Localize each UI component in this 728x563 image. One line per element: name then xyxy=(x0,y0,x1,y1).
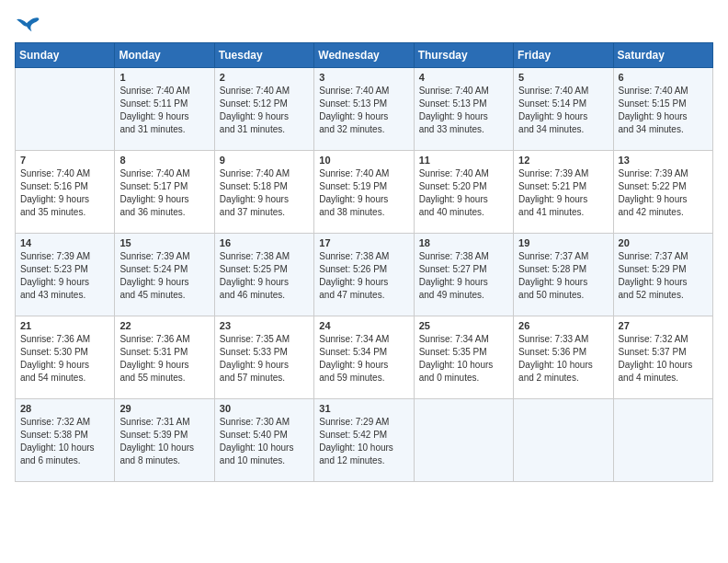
day-info: Sunrise: 7:34 AM Sunset: 5:34 PM Dayligh… xyxy=(319,333,408,385)
day-header-friday: Friday xyxy=(514,43,613,68)
calendar-cell xyxy=(414,399,513,482)
day-info: Sunrise: 7:40 AM Sunset: 5:16 PM Dayligh… xyxy=(20,167,109,219)
day-info: Sunrise: 7:40 AM Sunset: 5:18 PM Dayligh… xyxy=(220,167,309,219)
day-info: Sunrise: 7:40 AM Sunset: 5:13 PM Dayligh… xyxy=(419,85,508,136)
calendar-week-5: 28Sunrise: 7:32 AM Sunset: 5:38 PM Dayli… xyxy=(16,399,713,482)
calendar-cell: 26Sunrise: 7:33 AM Sunset: 5:36 PM Dayli… xyxy=(514,316,613,399)
day-number: 28 xyxy=(20,403,109,414)
day-number: 13 xyxy=(619,155,708,166)
day-header-tuesday: Tuesday xyxy=(214,43,313,68)
day-number: 22 xyxy=(119,320,209,331)
calendar-cell: 9Sunrise: 7:40 AM Sunset: 5:18 PM Daylig… xyxy=(214,151,313,234)
calendar-cell: 27Sunrise: 7:32 AM Sunset: 5:37 PM Dayli… xyxy=(613,316,712,399)
calendar-cell: 4Sunrise: 7:40 AM Sunset: 5:13 PM Daylig… xyxy=(414,68,513,151)
calendar-cell: 14Sunrise: 7:39 AM Sunset: 5:23 PM Dayli… xyxy=(16,234,115,316)
day-header-sunday: Sunday xyxy=(16,43,115,68)
calendar-cell: 10Sunrise: 7:40 AM Sunset: 5:19 PM Dayli… xyxy=(314,151,414,234)
day-number: 2 xyxy=(220,72,309,83)
calendar-cell: 7Sunrise: 7:40 AM Sunset: 5:16 PM Daylig… xyxy=(16,151,115,234)
day-number: 26 xyxy=(518,320,608,331)
day-number: 17 xyxy=(319,237,408,248)
day-number: 10 xyxy=(319,155,408,166)
day-number: 5 xyxy=(518,72,608,83)
day-info: Sunrise: 7:39 AM Sunset: 5:21 PM Dayligh… xyxy=(518,167,608,219)
calendar-cell: 12Sunrise: 7:39 AM Sunset: 5:21 PM Dayli… xyxy=(514,151,613,234)
day-info: Sunrise: 7:40 AM Sunset: 5:11 PM Dayligh… xyxy=(119,85,209,136)
calendar-table: SundayMondayTuesdayWednesdayThursdayFrid… xyxy=(15,42,713,482)
calendar-week-4: 21Sunrise: 7:36 AM Sunset: 5:30 PM Dayli… xyxy=(16,316,713,399)
day-number: 7 xyxy=(20,155,109,166)
calendar-cell: 23Sunrise: 7:35 AM Sunset: 5:33 PM Dayli… xyxy=(214,316,313,399)
day-info: Sunrise: 7:33 AM Sunset: 5:36 PM Dayligh… xyxy=(518,333,608,385)
calendar-cell: 5Sunrise: 7:40 AM Sunset: 5:14 PM Daylig… xyxy=(514,68,613,151)
calendar-cell: 8Sunrise: 7:40 AM Sunset: 5:17 PM Daylig… xyxy=(115,151,214,234)
day-header-saturday: Saturday xyxy=(613,43,712,68)
calendar-cell: 15Sunrise: 7:39 AM Sunset: 5:24 PM Dayli… xyxy=(115,234,214,316)
day-number: 8 xyxy=(119,155,209,166)
logo xyxy=(15,15,44,35)
day-number: 19 xyxy=(518,237,608,248)
day-number: 16 xyxy=(220,237,309,248)
day-info: Sunrise: 7:38 AM Sunset: 5:26 PM Dayligh… xyxy=(319,250,408,302)
day-number: 15 xyxy=(119,237,209,248)
calendar-cell: 6Sunrise: 7:40 AM Sunset: 5:15 PM Daylig… xyxy=(613,68,712,151)
day-number: 25 xyxy=(419,320,508,331)
calendar-cell: 29Sunrise: 7:31 AM Sunset: 5:39 PM Dayli… xyxy=(115,399,214,482)
calendar-cell: 1Sunrise: 7:40 AM Sunset: 5:11 PM Daylig… xyxy=(115,68,214,151)
calendar-cell: 2Sunrise: 7:40 AM Sunset: 5:12 PM Daylig… xyxy=(214,68,313,151)
calendar-cell: 18Sunrise: 7:38 AM Sunset: 5:27 PM Dayli… xyxy=(414,234,513,316)
day-info: Sunrise: 7:31 AM Sunset: 5:39 PM Dayligh… xyxy=(119,416,209,467)
day-header-thursday: Thursday xyxy=(414,43,513,68)
day-info: Sunrise: 7:38 AM Sunset: 5:25 PM Dayligh… xyxy=(220,250,309,302)
day-header-monday: Monday xyxy=(115,43,214,68)
day-number: 9 xyxy=(220,155,309,166)
calendar-cell: 16Sunrise: 7:38 AM Sunset: 5:25 PM Dayli… xyxy=(214,234,313,316)
calendar-cell: 20Sunrise: 7:37 AM Sunset: 5:29 PM Dayli… xyxy=(613,234,712,316)
calendar-cell: 31Sunrise: 7:29 AM Sunset: 5:42 PM Dayli… xyxy=(314,399,414,482)
calendar-week-2: 7Sunrise: 7:40 AM Sunset: 5:16 PM Daylig… xyxy=(16,151,713,234)
day-number: 11 xyxy=(419,155,508,166)
day-number: 31 xyxy=(319,403,408,414)
calendar-cell: 28Sunrise: 7:32 AM Sunset: 5:38 PM Dayli… xyxy=(16,399,115,482)
day-info: Sunrise: 7:36 AM Sunset: 5:31 PM Dayligh… xyxy=(119,333,209,385)
day-info: Sunrise: 7:39 AM Sunset: 5:22 PM Dayligh… xyxy=(619,167,708,219)
day-number: 21 xyxy=(20,320,109,331)
logo-icon xyxy=(15,15,40,35)
calendar-cell: 11Sunrise: 7:40 AM Sunset: 5:20 PM Dayli… xyxy=(414,151,513,234)
day-number: 1 xyxy=(119,72,209,83)
calendar-cell xyxy=(16,68,115,151)
calendar-cell: 25Sunrise: 7:34 AM Sunset: 5:35 PM Dayli… xyxy=(414,316,513,399)
calendar-cell: 13Sunrise: 7:39 AM Sunset: 5:22 PM Dayli… xyxy=(613,151,712,234)
day-number: 3 xyxy=(319,72,408,83)
day-info: Sunrise: 7:39 AM Sunset: 5:23 PM Dayligh… xyxy=(20,250,109,302)
day-info: Sunrise: 7:30 AM Sunset: 5:40 PM Dayligh… xyxy=(220,416,309,467)
day-number: 24 xyxy=(319,320,408,331)
calendar-week-1: 1Sunrise: 7:40 AM Sunset: 5:11 PM Daylig… xyxy=(16,68,713,151)
day-number: 6 xyxy=(619,72,708,83)
calendar-week-3: 14Sunrise: 7:39 AM Sunset: 5:23 PM Dayli… xyxy=(16,234,713,316)
calendar-cell xyxy=(514,399,613,482)
day-number: 20 xyxy=(619,237,708,248)
calendar-cell: 22Sunrise: 7:36 AM Sunset: 5:31 PM Dayli… xyxy=(115,316,214,399)
calendar-cell: 19Sunrise: 7:37 AM Sunset: 5:28 PM Dayli… xyxy=(514,234,613,316)
day-info: Sunrise: 7:39 AM Sunset: 5:24 PM Dayligh… xyxy=(119,250,209,302)
calendar-cell: 3Sunrise: 7:40 AM Sunset: 5:13 PM Daylig… xyxy=(314,68,414,151)
calendar-cell: 21Sunrise: 7:36 AM Sunset: 5:30 PM Dayli… xyxy=(16,316,115,399)
day-info: Sunrise: 7:40 AM Sunset: 5:20 PM Dayligh… xyxy=(419,167,508,219)
day-info: Sunrise: 7:40 AM Sunset: 5:13 PM Dayligh… xyxy=(319,85,408,136)
day-info: Sunrise: 7:37 AM Sunset: 5:29 PM Dayligh… xyxy=(619,250,708,302)
day-info: Sunrise: 7:40 AM Sunset: 5:14 PM Dayligh… xyxy=(518,85,608,136)
day-number: 30 xyxy=(220,403,309,414)
day-info: Sunrise: 7:35 AM Sunset: 5:33 PM Dayligh… xyxy=(220,333,309,385)
calendar-cell xyxy=(613,399,712,482)
day-number: 14 xyxy=(20,237,109,248)
day-info: Sunrise: 7:29 AM Sunset: 5:42 PM Dayligh… xyxy=(319,416,408,467)
day-info: Sunrise: 7:32 AM Sunset: 5:37 PM Dayligh… xyxy=(619,333,708,385)
day-info: Sunrise: 7:38 AM Sunset: 5:27 PM Dayligh… xyxy=(419,250,508,302)
calendar-cell: 17Sunrise: 7:38 AM Sunset: 5:26 PM Dayli… xyxy=(314,234,414,316)
day-info: Sunrise: 7:34 AM Sunset: 5:35 PM Dayligh… xyxy=(419,333,508,385)
day-number: 27 xyxy=(619,320,708,331)
day-number: 23 xyxy=(220,320,309,331)
day-header-wednesday: Wednesday xyxy=(314,43,414,68)
day-info: Sunrise: 7:36 AM Sunset: 5:30 PM Dayligh… xyxy=(20,333,109,385)
